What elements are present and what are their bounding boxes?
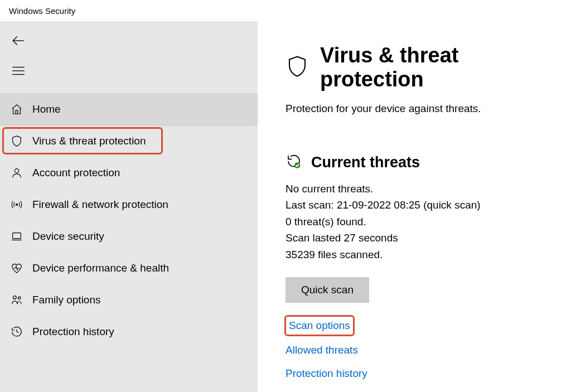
allowed-threats-link[interactable]: Allowed threats [286, 344, 549, 356]
status-last-scan: Last scan: 21-09-2022 08:25 (quick scan) [286, 197, 549, 213]
sidebar-item-label: Family options [32, 294, 101, 306]
sidebar-item-protection-history[interactable]: Protection history [0, 316, 258, 347]
window-titlebar: Windows Security [0, 0, 571, 21]
sidebar-item-virus-threat-protection[interactable]: Virus & threat protection [0, 125, 258, 157]
svg-point-9 [18, 297, 21, 299]
svg-rect-6 [13, 233, 21, 238]
home-icon [10, 103, 23, 115]
section-title-current-threats: Current threats [311, 154, 420, 171]
sidebar-item-label: Firewall & network protection [32, 199, 168, 211]
sidebar-item-label: Account protection [32, 167, 120, 179]
hamburger-menu-button[interactable] [11, 60, 33, 82]
sidebar-item-device-performance-health[interactable]: Device performance & health [0, 252, 258, 284]
svg-point-8 [13, 296, 16, 299]
sidebar-item-label: Device security [32, 230, 104, 243]
threat-status-block: No current threats. Last scan: 21-09-202… [286, 181, 549, 263]
main-content: Virus & threat protection Protection for… [258, 21, 571, 392]
page-subtitle: Protection for your device against threa… [286, 103, 549, 115]
history-check-icon [286, 153, 302, 172]
sidebar-item-device-security[interactable]: Device security [0, 220, 258, 252]
page-title: Virus & threat protection [320, 43, 549, 91]
shield-icon [286, 55, 309, 80]
antenna-icon [10, 199, 23, 211]
sidebar-item-home[interactable]: Home [0, 93, 258, 125]
sidebar-item-label: Protection history [32, 326, 114, 338]
sidebar-item-family-options[interactable]: Family options [0, 284, 258, 316]
sidebar-item-label: Home [32, 103, 61, 115]
scan-options-link[interactable]: Scan options [286, 318, 354, 333]
status-files-scanned: 35239 files scanned. [286, 246, 549, 263]
status-no-threats: No current threats. [286, 181, 549, 197]
svg-point-5 [16, 204, 18, 205]
history-icon [10, 326, 23, 338]
quick-scan-button[interactable]: Quick scan [286, 277, 369, 303]
sidebar-item-account-protection[interactable]: Account protection [0, 157, 258, 188]
status-threats-found: 0 threat(s) found. [286, 214, 549, 230]
laptop-icon [10, 230, 23, 243]
sidebar: Home Virus & threat protection Account p… [0, 21, 258, 392]
back-button[interactable] [11, 30, 33, 52]
svg-point-4 [14, 168, 18, 172]
shield-icon [10, 135, 23, 147]
window-title: Windows Security [9, 6, 75, 16]
sidebar-item-firewall-network-protection[interactable]: Firewall & network protection [0, 188, 258, 220]
status-scan-duration: Scan lasted 27 seconds [286, 230, 549, 246]
heart-rate-icon [10, 262, 23, 274]
family-icon [10, 294, 23, 306]
person-icon [10, 167, 23, 179]
sidebar-item-label: Virus & threat protection [32, 135, 146, 147]
sidebar-item-label: Device performance & health [32, 262, 169, 274]
protection-history-link[interactable]: Protection history [286, 367, 549, 380]
